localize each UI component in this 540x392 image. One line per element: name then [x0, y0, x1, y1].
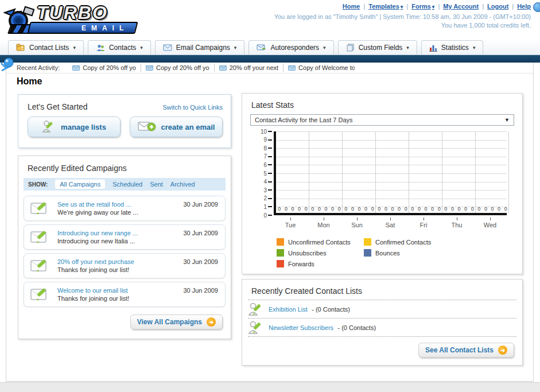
gridline-horizontal	[276, 182, 507, 183]
tab-autoresponders[interactable]: Autoresponders ▾	[248, 40, 333, 55]
data-value-label: 0	[424, 206, 428, 212]
manage-lists-label: manage lists	[61, 123, 106, 131]
y-axis-tick: 6	[255, 161, 272, 168]
tab-contacts[interactable]: Contacts ▾	[88, 40, 151, 55]
data-value-label: 0	[290, 206, 295, 212]
legend-swatch	[277, 260, 284, 267]
contact-list-link[interactable]: Exhibition List	[269, 306, 308, 313]
campaign-title-link[interactable]: Welcome to our email list	[57, 287, 129, 294]
create-email-button[interactable]: create an email	[130, 117, 223, 137]
gridline-horizontal	[276, 140, 507, 141]
data-value-label: 0	[437, 206, 441, 212]
recent-activity-item[interactable]: Copy of 20% off yo	[141, 64, 215, 72]
manage-lists-button[interactable]: manage lists	[28, 117, 121, 137]
y-axis-tick: 7	[255, 153, 272, 160]
arrow-right-icon: ➜	[207, 317, 216, 327]
filter-archived[interactable]: Archived	[170, 181, 195, 188]
filter-sent[interactable]: Sent	[150, 181, 163, 188]
nav-separator: |	[512, 3, 514, 10]
campaign-title-link[interactable]: Introducing our new range ...	[57, 230, 138, 236]
campaign-row[interactable]: 20% off your next purchase Thanks for jo…	[24, 253, 226, 278]
page-footer	[0, 382, 540, 392]
contacts-icon	[96, 44, 105, 52]
recent-activity-item[interactable]: Copy of 20% off yo	[68, 64, 141, 72]
x-axis-tick	[457, 218, 457, 220]
data-value-label: 0	[350, 206, 355, 212]
data-value-label: 0	[470, 206, 475, 212]
y-tick-mark	[268, 198, 272, 199]
envelope-pencil-icon	[30, 286, 52, 303]
latest-stats-title: Latest Stats	[242, 94, 522, 114]
data-value-label: 0	[417, 206, 421, 212]
logo-email-text: EMAIL	[81, 24, 129, 32]
data-value-label: 0	[297, 206, 302, 212]
chart-x-axis: TueMonSunSatFriThuWed	[274, 218, 507, 232]
campaign-title-link[interactable]: See us at the retail food ...	[57, 201, 138, 208]
recent-activity-label: Recent Activity:	[17, 64, 60, 71]
data-value-label: 0	[430, 206, 435, 212]
x-axis-tick	[357, 218, 358, 220]
data-value-label: 0	[337, 206, 341, 212]
tab-statistics[interactable]: Statistics ▾	[421, 40, 484, 55]
campaign-row[interactable]: Introducing our new range ... Introducin…	[24, 224, 226, 250]
envelope-pencil-icon	[30, 257, 52, 274]
nav-forms-link[interactable]: Forms▾	[411, 3, 434, 10]
stats-report-select[interactable]: Contact Activity for the Last 7 Days ▼	[250, 114, 514, 126]
gridline-horizontal	[276, 173, 507, 174]
data-value-label: 0	[310, 206, 315, 212]
legend-swatch	[364, 249, 371, 257]
dropdown-arrow-icon: ▾	[432, 4, 435, 10]
data-value-label: 0	[377, 206, 382, 212]
data-value-label: 0	[383, 206, 388, 212]
data-value-label: 0	[277, 206, 282, 212]
y-tick-label: 1	[255, 204, 267, 210]
tab-contact-lists[interactable]: Contact Lists ▾	[8, 40, 84, 55]
nav-templates-link[interactable]: Templates▾	[368, 3, 403, 10]
login-info: You are logged in as "Timothy Smith" | S…	[274, 13, 531, 30]
filter-scheduled[interactable]: Scheduled	[112, 181, 142, 188]
dropdown-arrow-icon: ▾	[234, 45, 237, 51]
nav-home-link[interactable]: Home	[343, 3, 360, 10]
y-axis-tick: 8	[255, 145, 272, 152]
see-all-contact-lists-button[interactable]: See All Contact Lists ➜	[418, 343, 514, 358]
recent-activity-item[interactable]: 20% off your next	[215, 64, 283, 72]
data-value-label: 0	[503, 206, 508, 212]
y-tick-mark	[268, 148, 272, 149]
tab-label: Email Campaigns	[176, 44, 230, 52]
y-axis-tick: 5	[255, 170, 272, 177]
nav-logout-link[interactable]: Logout	[487, 3, 508, 10]
campaign-row[interactable]: See us at the retail food ... We're givi…	[24, 196, 226, 221]
x-axis-tick	[424, 218, 424, 220]
y-tick-mark	[268, 206, 272, 207]
recent-activity-item[interactable]: Copy of Welcome to	[283, 64, 359, 72]
data-value-label: 0	[490, 206, 495, 212]
contact-list-link[interactable]: Newsletter Subscribers	[269, 324, 333, 331]
dropdown-arrow-icon: ▾	[406, 45, 409, 51]
campaign-row[interactable]: Welcome to our email list Thanks for joi…	[24, 282, 226, 307]
y-tick-mark	[268, 156, 272, 157]
switch-quick-links[interactable]: Switch to Quick Links	[162, 104, 223, 111]
x-tick-label: Fri	[407, 222, 440, 228]
email-campaigns-icon	[163, 44, 172, 51]
view-all-campaigns-label: View All Campaigns	[137, 318, 202, 326]
y-tick-label: 4	[255, 178, 267, 185]
legend-item: Confirmed Contacts	[364, 238, 451, 246]
contact-list-row[interactable]: Exhibition List - (0 Contacts)	[242, 300, 522, 318]
campaign-title-link[interactable]: 20% off your next purchase	[57, 258, 134, 265]
filter-all-campaigns[interactable]: All Campaigns	[55, 180, 105, 189]
contact-list-row[interactable]: Newsletter Subscribers - (0 Contacts)	[242, 319, 522, 336]
view-all-campaigns-button[interactable]: View All Campaigns ➜	[130, 315, 223, 329]
content-area: Recent Activity: Copy of 20% off yo Copy…	[6, 63, 534, 382]
get-started-panel: Let's Get Started Switch to Quick Links …	[18, 94, 231, 148]
live-help-bubble-icon[interactable]	[533, 2, 540, 12]
gridline-horizontal	[276, 131, 507, 132]
data-value-label: 0	[464, 206, 468, 212]
envelope-pencil-icon	[30, 200, 52, 217]
nav-help-link[interactable]: Help	[517, 3, 531, 10]
dropdown-arrow-icon: ▾	[140, 45, 143, 51]
legend-item: Forwards	[277, 260, 364, 267]
tab-email-campaigns[interactable]: Email Campaigns ▾	[155, 40, 245, 55]
tab-custom-fields[interactable]: Custom Fields ▾	[338, 40, 417, 55]
data-value-label: 0	[331, 206, 335, 212]
nav-my-account-link[interactable]: My Account	[443, 3, 479, 10]
